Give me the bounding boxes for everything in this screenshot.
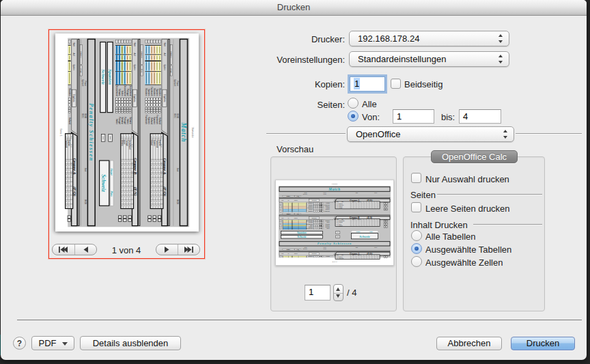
last-page-button[interactable] bbox=[178, 244, 199, 255]
help-icon: ? bbox=[17, 339, 22, 348]
first-page-button[interactable] bbox=[53, 244, 74, 255]
app-popup-separator-right bbox=[516, 133, 582, 135]
print-button[interactable]: Drucken bbox=[511, 337, 575, 350]
copies-label: Kopien: bbox=[260, 79, 345, 90]
page-from-value: 1 bbox=[397, 111, 402, 122]
page-to-value: 4 bbox=[463, 111, 468, 122]
pages-all-radio[interactable] bbox=[348, 98, 359, 109]
presets-label: Voreinstellungen: bbox=[260, 54, 345, 66]
vorschau-page-value: 1 bbox=[309, 287, 313, 297]
selected-tables-radio[interactable] bbox=[411, 243, 422, 254]
preview-nav-forward-group bbox=[156, 244, 200, 255]
pages-all-label: Alle bbox=[362, 98, 403, 110]
preview-page-indicator: 1 von 4 bbox=[100, 245, 152, 255]
preview-page[interactable] bbox=[55, 33, 199, 232]
seiten-section-rule bbox=[437, 194, 542, 195]
calc-panel-title: OpenOffice Calc bbox=[431, 150, 518, 163]
vorschau-page-input[interactable]: 1 bbox=[305, 285, 331, 300]
cancel-label: Abbrechen bbox=[448, 338, 491, 348]
stepper-divider bbox=[334, 293, 343, 294]
printer-label: Drucker: bbox=[260, 33, 345, 45]
app-popup-separator-left bbox=[266, 133, 346, 135]
only-selection-label: Nur Auswahl drucken bbox=[425, 173, 535, 185]
pdf-menu-button[interactable]: PDF bbox=[31, 336, 74, 350]
stepper-up-icon[interactable] bbox=[336, 288, 340, 291]
printer-select-value: 192.168.178.24 bbox=[358, 33, 419, 44]
previous-page-icon bbox=[83, 247, 88, 253]
printer-select[interactable]: 192.168.178.24 bbox=[349, 31, 509, 46]
hide-details-label: Details ausblenden bbox=[93, 338, 169, 348]
stepper-down-icon[interactable] bbox=[336, 294, 340, 298]
previous-page-button[interactable] bbox=[74, 244, 97, 255]
content-section-label: Inhalt Drucken bbox=[410, 219, 479, 231]
pages-from-label: Von: bbox=[362, 111, 389, 123]
dialog-titlebar[interactable]: Drucken bbox=[1, 0, 587, 16]
pdf-button-label: PDF bbox=[39, 338, 57, 348]
selected-cells-label: Ausgewählte Zellen bbox=[425, 257, 542, 268]
preview-nav-back-group bbox=[52, 244, 97, 255]
vorschau-label: Vorschau bbox=[277, 143, 331, 155]
popup-updown-arrows-icon bbox=[503, 130, 509, 139]
presets-select-value: Standardeinstellungen bbox=[358, 54, 446, 64]
content-section-rule bbox=[473, 224, 542, 225]
pages-label: Seiten: bbox=[260, 99, 345, 111]
all-tables-radio[interactable] bbox=[411, 230, 422, 241]
cancel-button[interactable]: Abbrechen bbox=[436, 337, 502, 350]
print-dialog: Drucken 1 von 4 Drucker: 192.168.178.24 … bbox=[1, 0, 587, 360]
duplex-checkbox[interactable] bbox=[391, 79, 401, 89]
skip-to-first-icon bbox=[59, 247, 68, 253]
selected-cells-radio[interactable] bbox=[411, 256, 422, 267]
presets-select[interactable]: Standardeinstellungen bbox=[349, 51, 509, 67]
vorschau-page[interactable] bbox=[275, 180, 394, 266]
help-button[interactable]: ? bbox=[13, 337, 26, 350]
empty-pages-checkbox[interactable] bbox=[411, 202, 421, 212]
print-label: Drucken bbox=[526, 338, 559, 348]
empty-pages-label: Leere Seiten drucken bbox=[425, 203, 535, 214]
dialog-title: Drucken bbox=[277, 2, 310, 12]
copies-input-value: 1 bbox=[354, 78, 360, 89]
footer-separator bbox=[17, 320, 582, 320]
app-section-select[interactable]: OpenOffice bbox=[347, 126, 514, 142]
all-tables-label: Alle Tabellen bbox=[425, 231, 542, 242]
vorschau-page-stepper[interactable] bbox=[333, 284, 343, 301]
popup-updown-arrows-icon bbox=[498, 34, 504, 43]
selected-tables-label: Ausgewählte Tabellen bbox=[425, 244, 542, 255]
skip-to-last-icon bbox=[184, 247, 193, 253]
next-page-icon bbox=[165, 247, 169, 253]
duplex-label: Beidseitig bbox=[404, 79, 486, 90]
vorschau-page-total: / 4 bbox=[347, 287, 374, 298]
document-preview-area[interactable] bbox=[48, 29, 205, 259]
popup-updown-arrows-icon bbox=[498, 55, 504, 64]
copies-input[interactable]: 1 bbox=[350, 76, 385, 92]
preview-sheet-rotated bbox=[55, 33, 199, 232]
next-page-button[interactable] bbox=[156, 244, 178, 255]
vorschau-sheet bbox=[276, 180, 393, 265]
pages-from-radio[interactable] bbox=[348, 111, 359, 122]
page-from-input[interactable]: 1 bbox=[393, 109, 434, 124]
page-to-input[interactable]: 4 bbox=[459, 109, 501, 124]
hide-details-button[interactable]: Details ausblenden bbox=[80, 336, 181, 350]
app-section-value: OpenOffice bbox=[356, 129, 401, 139]
dropdown-arrow-icon bbox=[62, 342, 68, 346]
only-selection-checkbox[interactable] bbox=[411, 173, 421, 183]
